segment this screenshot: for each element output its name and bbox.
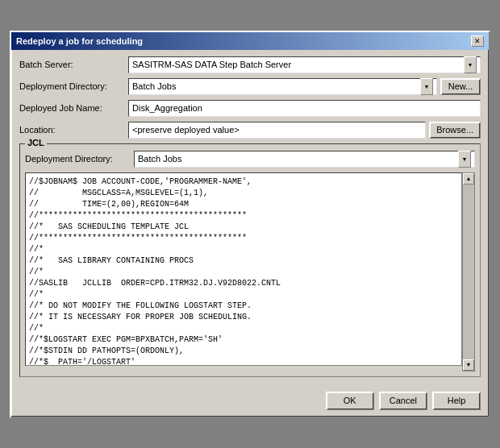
dialog-footer: OK Cancel Help: [11, 387, 489, 417]
location-input[interactable]: [128, 122, 426, 139]
scroll-up-button[interactable]: ▲: [463, 173, 474, 185]
jcl-code-area[interactable]: //$JOBNAM$ JOB ACCOUNT-CODE,'PROGRAMMER-…: [25, 172, 462, 366]
deployment-dir-value: Batch Jobs: [132, 81, 176, 91]
new-button[interactable]: New...: [440, 78, 481, 95]
jcl-deployment-dir-label: Deployment Directory:: [25, 154, 134, 164]
batch-server-value: SASITRM-SAS DATA Step Batch Server: [132, 60, 291, 69]
close-button[interactable]: ✕: [471, 35, 484, 47]
deployed-job-label: Deployed Job Name:: [19, 103, 128, 113]
dialog-title: Redeploy a job for scheduling: [16, 36, 143, 46]
dialog-window: Redeploy a job for scheduling ✕ Batch Se…: [10, 31, 490, 418]
jcl-deployment-dir-row: Deployment Directory: Batch Jobs: [25, 151, 475, 168]
location-label: Location:: [19, 125, 128, 135]
deployment-dir-dropdown[interactable]: Batch Jobs: [128, 78, 437, 95]
jcl-deployment-dir-value: Batch Jobs: [138, 154, 181, 164]
deployed-job-input[interactable]: [128, 100, 481, 117]
jcl-group: JCL Deployment Directory: Batch Jobs //$…: [19, 143, 481, 377]
location-row: Location: Browse...: [19, 122, 481, 139]
vertical-scrollbar[interactable]: ▲ ▼: [462, 172, 475, 371]
title-bar: Redeploy a job for scheduling ✕: [11, 32, 489, 50]
batch-server-dropdown-arrow[interactable]: [464, 56, 477, 73]
jcl-deployment-dir-dropdown-arrow[interactable]: [458, 151, 471, 168]
scroll-track[interactable]: [463, 185, 474, 359]
batch-server-row: Batch Server: SASITRM-SAS DATA Step Batc…: [19, 56, 481, 73]
dialog-content: Batch Server: SASITRM-SAS DATA Step Batc…: [11, 50, 489, 387]
batch-server-dropdown[interactable]: SASITRM-SAS DATA Step Batch Server: [128, 56, 481, 73]
jcl-deployment-dir-control: Batch Jobs: [134, 151, 475, 168]
deployment-dir-label: Deployment Directory:: [19, 81, 128, 91]
cancel-button[interactable]: Cancel: [379, 392, 427, 410]
deployment-dir-dropdown-arrow[interactable]: [420, 78, 433, 95]
ok-button[interactable]: OK: [326, 392, 374, 410]
browse-button[interactable]: Browse...: [429, 122, 481, 139]
deployment-dir-control: Batch Jobs New...: [128, 78, 481, 95]
jcl-group-title: JCL: [25, 138, 47, 147]
jcl-deployment-dir-dropdown[interactable]: Batch Jobs: [134, 151, 475, 168]
code-area-wrapper: //$JOBNAM$ JOB ACCOUNT-CODE,'PROGRAMMER-…: [25, 172, 475, 371]
batch-server-label: Batch Server:: [19, 60, 128, 69]
location-control: Browse...: [128, 122, 481, 139]
scroll-down-button[interactable]: ▼: [463, 359, 474, 371]
title-bar-controls: ✕: [471, 35, 484, 47]
deployment-dir-row: Deployment Directory: Batch Jobs New...: [19, 78, 481, 95]
deployed-job-control: [128, 100, 481, 117]
help-button[interactable]: Help: [432, 392, 481, 410]
batch-server-control: SASITRM-SAS DATA Step Batch Server: [128, 56, 481, 73]
deployed-job-row: Deployed Job Name:: [19, 100, 481, 117]
